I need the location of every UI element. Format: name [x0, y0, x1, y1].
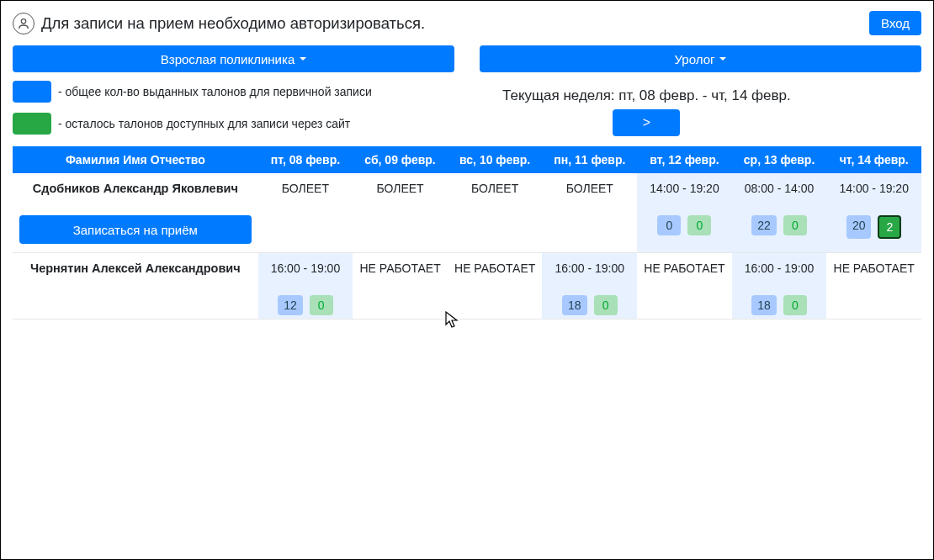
status-text: БОЛЕЕТ — [262, 182, 350, 195]
tickets-total: 18 — [751, 295, 777, 315]
tickets-total: 0 — [657, 215, 681, 235]
time-range: 16:00 - 19:00 — [262, 262, 350, 275]
col-header-day: вт, 12 февр. — [637, 146, 732, 173]
status-text: НЕ РАБОТАЕТ — [830, 262, 918, 275]
login-button[interactable]: Вход — [869, 11, 921, 35]
department-dropdown[interactable]: Взрослая поликлиника — [13, 45, 454, 72]
schedule-cell: БОЛЕЕТ — [258, 173, 353, 253]
user-icon — [13, 13, 34, 34]
status-text: НЕ РАБОТАЕТ — [451, 262, 539, 275]
status-text: НЕ РАБОТАЕТ — [356, 262, 444, 275]
status-text: НЕ РАБОТАЕТ — [640, 262, 729, 275]
doctor-row: Чернятин Алексей Александрович16:00 - 19… — [13, 253, 921, 320]
tickets-total: 20 — [846, 215, 872, 239]
doctor-name-cell: Чернятин Алексей Александрович — [13, 253, 258, 320]
col-header-day: ср, 13 февр. — [732, 146, 827, 173]
legend-swatch-blue — [13, 81, 51, 103]
time-range: 14:00 - 19:20 — [830, 182, 918, 195]
doctor-name: Сдобников Александр Яковлевич — [19, 182, 252, 195]
time-range: 16:00 - 19:00 — [735, 262, 824, 275]
schedule-cell: БОЛЕЕТ — [448, 173, 543, 253]
status-text: БОЛЕЕТ — [451, 182, 539, 195]
doctor-name: Чернятин Алексей Александрович — [19, 262, 252, 275]
tickets-total: 22 — [751, 215, 777, 235]
col-header-day: пт, 08 февр. — [258, 146, 353, 173]
doctor-row: Сдобников Александр ЯковлевичЗаписаться … — [13, 173, 921, 253]
time-range: 08:00 - 14:00 — [735, 182, 824, 195]
tickets-free: 0 — [783, 215, 807, 235]
schedule-cell: 08:00 - 14:00220 — [732, 173, 827, 253]
schedule-cell: БОЛЕЕТ — [542, 173, 637, 253]
time-range: 14:00 - 19:20 — [640, 182, 729, 195]
col-header-day: пн, 11 февр. — [542, 146, 637, 173]
tickets-free: 0 — [783, 295, 807, 315]
legend-available: - осталось талонов доступных для записи … — [13, 113, 372, 135]
chevron-down-icon — [300, 57, 306, 61]
schedule-cell: 16:00 - 19:00120 — [258, 253, 353, 320]
tickets-free[interactable]: 2 — [878, 215, 901, 239]
schedule-cell: НЕ РАБОТАЕТ — [637, 253, 732, 320]
tickets-free: 0 — [687, 215, 711, 235]
tickets-total: 18 — [562, 295, 587, 315]
current-week-label: Текущая неделя: пт, 08 февр. - чт, 14 фе… — [372, 87, 921, 104]
schedule-cell: НЕ РАБОТАЕТ — [448, 253, 543, 320]
status-text: БОЛЕЕТ — [545, 182, 634, 195]
time-range: 16:00 - 19:00 — [545, 262, 634, 275]
specialty-dropdown[interactable]: Уролог — [480, 45, 921, 72]
chevron-down-icon — [719, 57, 726, 61]
status-text: БОЛЕЕТ — [356, 182, 444, 195]
col-header-day: вс, 10 февр. — [448, 146, 543, 173]
tickets-total: 12 — [278, 295, 303, 315]
tickets-free: 0 — [594, 295, 618, 315]
svg-point-0 — [21, 18, 25, 23]
doctor-name-cell: Сдобников Александр ЯковлевичЗаписаться … — [13, 173, 258, 253]
schedule-cell: 14:00 - 19:20202 — [826, 173, 921, 253]
schedule-table: Фамилия Имя Отчествопт, 08 февр.сб, 09 ф… — [13, 146, 921, 320]
col-header-name: Фамилия Имя Отчество — [13, 146, 258, 173]
schedule-cell: НЕ РАБОТАЕТ — [353, 253, 448, 320]
schedule-cell: 16:00 - 19:00180 — [542, 253, 637, 320]
legend-total-label: - общее кол-во выданных талонов для перв… — [58, 85, 372, 98]
next-week-button[interactable]: > — [613, 109, 680, 136]
legend-swatch-green — [13, 113, 51, 135]
col-header-day: сб, 09 февр. — [353, 146, 448, 173]
auth-message: Для записи на прием необходимо авторизир… — [41, 14, 425, 33]
tickets-free: 0 — [310, 295, 333, 315]
schedule-cell: 16:00 - 19:00180 — [732, 253, 827, 320]
schedule-cell: 14:00 - 19:2000 — [637, 173, 732, 253]
legend-available-label: - осталось талонов доступных для записи … — [58, 117, 350, 130]
schedule-cell: НЕ РАБОТАЕТ — [826, 253, 921, 320]
col-header-day: чт, 14 февр. — [826, 146, 921, 173]
schedule-cell: БОЛЕЕТ — [353, 173, 448, 253]
legend-total: - общее кол-во выданных талонов для перв… — [13, 81, 372, 103]
book-appointment-button[interactable]: Записаться на приём — [19, 215, 252, 244]
